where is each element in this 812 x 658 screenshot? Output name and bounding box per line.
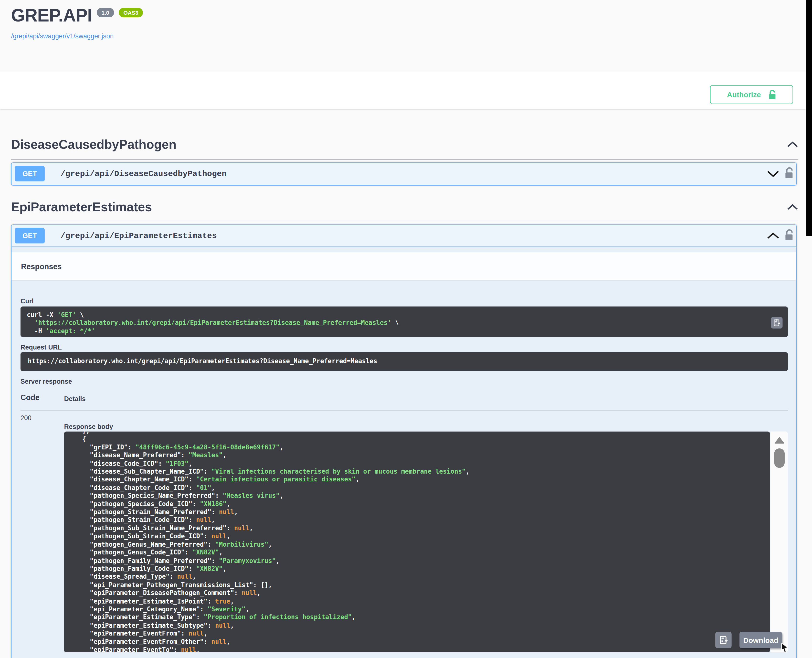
code-line: { [75,436,770,443]
section-title: DiseaseCausedbyPathogen [11,137,176,152]
code-line: 'https://collaboratory.who.int/grepi/api… [27,319,781,327]
section-header-epiparameterestimates[interactable]: EpiParameterEstimates [11,198,798,216]
mouse-cursor [781,643,788,653]
code-line: "pathogen_Species_Name_Preferred": "Meas… [75,492,770,500]
lock-icon[interactable] [784,167,795,180]
code-line: "pathogen_Genus_Name_Preferred": "Morbil… [75,541,770,549]
code-line: "pathogen_Sub_Strain_Code_ICD": null, [75,533,770,541]
code-line: "epiParameter_EventTo": null, [75,646,770,652]
code-line: -H 'accept: */*' [27,327,781,335]
code-line: "epiParameter_Estimate_IsPoint": true, [75,597,770,605]
copy-to-clipboard-button[interactable] [771,317,782,329]
code-line: "disease_Code_ICD": "1F03", [75,460,770,468]
code-column-header: Code [20,393,39,401]
status-code: 200 [20,414,31,421]
response-body-block: }, { "grEPI_ID": "48ff96c6-45c9-4a28-5f1… [64,432,770,652]
code-line: "epiParameter_Estimate_Subtype": null, [75,622,770,630]
code-line: "epi_Parameter_Pathogen_Transmissions_Li… [75,581,770,589]
responses-section-header: Responses [11,252,796,280]
code-line: "disease_Name_Preferred": "Measles", [75,451,770,460]
swagger-ui-page: GREP.API 1.0 OAS3 /grepi/api/swagger/v1/… [0,0,812,658]
code-line: "grEPI_ID": "48ff96c6-45c9-4a28-5f16-08d… [75,443,770,451]
copy-response-button[interactable] [715,632,732,648]
section-divider [11,159,798,160]
section-header-diseasecausedbypathogen[interactable]: DiseaseCausedbyPathogen [11,136,798,154]
code-line: }, [75,432,770,436]
scrollbar-up-arrow[interactable] [774,437,784,443]
opblock-get-diseasecausedbypathogen[interactable]: GET /grepi/api/DiseaseCausedbyPathogen [11,163,796,186]
code-line: "disease_Spread_Type": null, [75,573,770,581]
authorize-label: Authorize [727,90,761,99]
code-line: "epiParameter_EventFrom": null, [75,630,770,638]
code-line: "disease_Chapter_Name_ICD": "Certain inf… [75,476,770,484]
code-line: "pathogen_Sub_Strain_Name_Preferred": nu… [75,525,770,533]
code-line: curl -X 'GET' \ [27,311,781,319]
code-line: "epi_Parameter_Category_Name": "Severity… [75,605,770,614]
api-info-header: GREP.API 1.0 OAS3 [11,5,143,25]
get-method-badge: GET [15,166,45,181]
code-line: "pathogen_Strain_Code_ICD": null, [75,516,770,525]
code-line: "pathogen_Species_Code_ICD": "XN186", [75,500,770,508]
operation-summary[interactable]: GET /grepi/api/EpiParameterEstimates [11,225,796,247]
chevron-up-icon[interactable] [787,141,798,148]
section-title: EpiParameterEstimates [11,200,152,215]
code-line: "pathogen_Family_Name_Preferred": "Param… [75,557,770,565]
download-button[interactable]: Download [740,632,782,648]
request-url-value: https://collaboratory.who.int/grepi/api/… [20,352,788,371]
lock-icon[interactable] [784,229,795,242]
clipboard-icon [719,636,728,645]
code-line: "pathogen_Strain_Name_Preferred": null, [75,508,770,516]
section-divider [11,221,798,221]
code-line: "epiParameter_EventFrom_Other": null, [75,638,770,646]
clipboard-icon [773,319,781,326]
spec-json-link[interactable]: /grepi/api/swagger/v1/swagger.json [11,33,114,40]
code-line: "epiParameter_DiseasePathogen_Comment": … [75,589,770,597]
operation-path: /grepi/api/EpiParameterEstimates [60,225,217,246]
scheme-container: Authorize [0,72,806,110]
chevron-down-icon[interactable] [767,168,779,179]
oas3-badge: OAS3 [119,8,143,17]
code-line: "disease_Chapter_Code_ICD": "01", [75,484,770,492]
curl-command-block: curl -X 'GET' \ 'https://collaboratory.w… [20,307,788,337]
operation-path: /grepi/api/DiseaseCausedbyPathogen [60,163,227,185]
code-line: "disease_Sub_Chapter_Name_ICD": "Viral i… [75,468,770,476]
response-scrollbar[interactable] [770,432,788,652]
authorize-button[interactable]: Authorize [710,85,793,104]
request-url-label: Request URL [20,344,62,351]
curl-label: Curl [20,298,34,305]
server-response-label: Server response [20,378,72,385]
chevron-up-icon[interactable] [787,204,798,210]
screen-edge-black-bar [806,0,812,236]
response-body-label: Response body [64,423,113,430]
scrollbar-thumb[interactable] [774,448,784,468]
details-column-header: Details [64,395,86,403]
chevron-up-icon[interactable] [767,230,779,241]
code-line: "pathogen_Family_Code_ICD": "XN82V", [75,565,770,573]
unlock-icon [768,89,776,100]
table-divider [20,410,788,410]
code-line: "epiParameter_Estimate_Type": "Proportio… [75,614,770,622]
get-method-badge: GET [15,228,45,243]
code-line: "pathogen_Genus_Code_ICD": "XN82V", [75,549,770,557]
responses-label: Responses [21,262,62,270]
page-title: GREP.API [11,5,92,25]
version-badge: 1.0 [97,8,114,17]
opblock-get-epiparameterestimates: GET /grepi/api/EpiParameterEstimates Res… [11,224,796,658]
